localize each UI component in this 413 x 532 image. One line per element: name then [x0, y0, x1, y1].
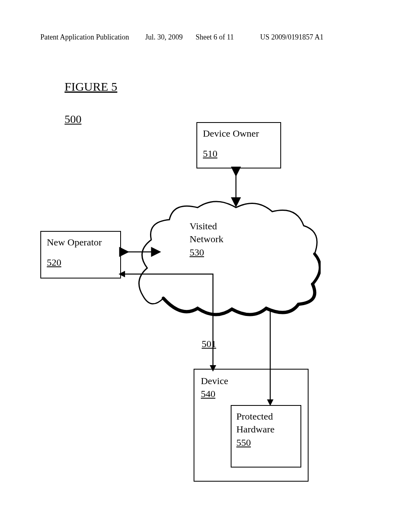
figure-number: 500 — [65, 113, 81, 126]
arrow-owner-network — [230, 168, 242, 206]
arrow-operator-network — [121, 246, 159, 258]
header-sheet: Sheet 6 of 11 — [196, 33, 234, 42]
protected-hw-label1: Protected — [236, 410, 296, 423]
device-ref: 540 — [201, 387, 301, 400]
figure-title: FIGURE 5 — [65, 80, 117, 94]
visited-network-label-group: Visited Network 530 — [190, 220, 223, 259]
header-publication-type: Patent Application Publication — [40, 33, 129, 42]
device-owner-label: Device Owner — [203, 127, 275, 140]
protected-hw-ref: 550 — [236, 436, 296, 449]
protected-hw-label2: Hardware — [236, 423, 296, 436]
device-label: Device — [201, 374, 301, 387]
header-date: Jul. 30, 2009 — [145, 33, 183, 42]
visited-network-ref: 530 — [190, 246, 223, 259]
arrow-network-protectedhw — [264, 310, 276, 407]
box-protected-hardware: Protected Hardware 550 — [231, 405, 301, 468]
visited-network-label2: Network — [190, 233, 223, 245]
box-new-operator: New Operator 520 — [40, 231, 121, 278]
header-pub-number: US 2009/0191857 A1 — [260, 33, 323, 42]
device-owner-ref: 510 — [203, 147, 275, 160]
box-device: Device 540 Protected Hardware 550 — [194, 369, 309, 482]
box-device-owner: Device Owner 510 — [196, 122, 281, 168]
new-operator-ref: 520 — [47, 256, 115, 269]
new-operator-label: New Operator — [47, 236, 115, 249]
arrow-501 — [120, 270, 225, 375]
visited-network-label1: Visited — [190, 220, 223, 233]
